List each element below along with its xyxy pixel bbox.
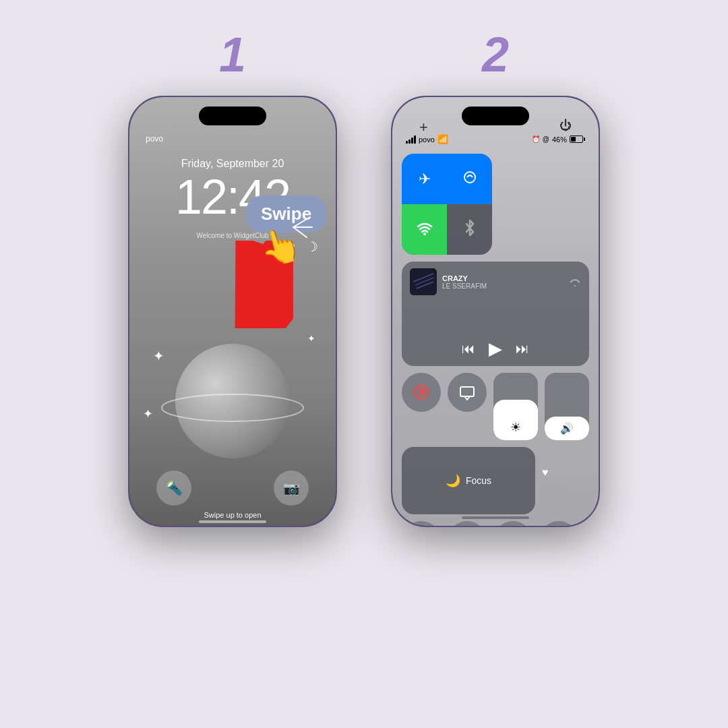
signal-bar-1 — [406, 141, 408, 144]
prev-track-button[interactable]: ⏮ — [462, 341, 475, 357]
airplane-tile[interactable]: ✈ — [402, 154, 447, 204]
step1-section: 1 povo Friday, September 20 12:42 Welcom… — [128, 27, 337, 527]
camera-button-lockscreen[interactable]: 📷 — [274, 471, 309, 506]
focus-tile[interactable]: 🌙 Focus — [402, 447, 535, 514]
heart-extra-icon: ♥ — [542, 466, 562, 479]
battery-fill — [571, 137, 576, 142]
calculator-tile[interactable] — [493, 521, 533, 526]
home-bar-2 — [462, 516, 529, 519]
volume-up-button-2 — [391, 212, 392, 249]
signal-bar-2 — [408, 140, 411, 144]
cc-row2: ☀ 🔊 — [392, 373, 599, 440]
star1-icon: ✦ — [143, 406, 153, 421]
planet-container — [165, 324, 300, 458]
brightness-slider[interactable]: ☀ — [493, 373, 538, 440]
network-tile: ✈ — [402, 154, 492, 255]
song-title: CRAZY — [442, 274, 564, 282]
battery-tile[interactable] — [539, 521, 578, 526]
signal-bar-4 — [414, 135, 416, 144]
lockscreen-bottom-icons: 🔦 📷 — [129, 471, 336, 506]
dynamic-island-1 — [199, 107, 266, 125]
wifi-icon — [416, 220, 433, 239]
extra-icons: ♥ ((·)) — [542, 466, 562, 495]
brightness-icon: ☀ — [510, 420, 521, 435]
svg-rect-13 — [419, 390, 424, 395]
sleep-wake-button-2 — [599, 218, 600, 272]
screen-mirror-tile[interactable] — [448, 373, 487, 412]
main-container: 1 povo Friday, September 20 12:42 Welcom… — [0, 0, 728, 728]
moon-icon: ☽ — [306, 239, 318, 255]
battery-icon — [570, 135, 585, 143]
album-art — [410, 268, 437, 295]
play-pause-button[interactable]: ▶ — [489, 338, 502, 359]
song-artist: LE SSERAFIM — [442, 282, 564, 290]
svg-marker-11 — [572, 284, 578, 286]
home-bar-1 — [199, 520, 266, 523]
step2-section: 2 — [391, 27, 600, 527]
step2-number: 2 — [482, 27, 509, 82]
phone2: povo 📶 ⏰ @ 46% — [391, 96, 600, 527]
music-controls: ⏮ ▶ ⏭ — [410, 338, 581, 359]
airplane-icon: ✈ — [419, 171, 431, 188]
shazam-tile[interactable] — [402, 521, 441, 526]
signal-extra-icon: ((·)) — [542, 484, 562, 495]
volume-icon: 🔊 — [560, 422, 574, 435]
volume-up-button — [128, 212, 129, 249]
bluetooth-tile[interactable] — [447, 204, 492, 255]
sleep-wake-button — [336, 218, 337, 272]
cc-main-grid: ✈ — [392, 154, 599, 366]
battery-tip — [584, 138, 585, 141]
cc-focus-row: 🌙 Focus ♥ ((·)) — [392, 447, 599, 514]
music-info: CRAZY LE SSERAFIM — [410, 268, 581, 295]
svg-rect-14 — [460, 387, 474, 396]
dynamic-island-2 — [462, 107, 529, 125]
carrier-label: povo — [146, 134, 163, 144]
step1-number: 1 — [219, 27, 246, 82]
flashlight-button-lockscreen[interactable]: 🔦 — [156, 471, 191, 506]
signal-bars — [406, 135, 416, 144]
wifi-tile[interactable] — [402, 204, 447, 255]
airdrop-icon — [462, 169, 478, 189]
mute-button-2 — [391, 178, 392, 202]
volume-down-button-2 — [391, 255, 392, 293]
wifi-status-icon: 📶 — [437, 134, 448, 144]
cc-small-row — [392, 521, 599, 526]
battery-percent: 46% — [552, 135, 567, 144]
lockscreen-date: Friday, September 20 — [181, 158, 284, 170]
magnify-tile[interactable] — [448, 521, 487, 526]
focus-label: Focus — [466, 475, 491, 486]
mute-button — [128, 178, 129, 202]
location-icon: @ — [543, 135, 549, 143]
carrier-label-2: povo — [419, 135, 435, 144]
star2-icon: ✦ — [307, 333, 315, 344]
star3-icon: ✦ — [153, 348, 164, 364]
svg-point-0 — [162, 394, 303, 421]
status-right: ⏰ @ 46% — [532, 135, 585, 144]
svg-point-6 — [423, 233, 426, 235]
music-text: CRAZY LE SSERAFIM — [442, 274, 564, 290]
volume-slider[interactable]: 🔊 — [545, 373, 589, 440]
cc-power-button[interactable]: ⏻ — [559, 119, 572, 133]
phone2-screen: povo 📶 ⏰ @ 46% — [392, 97, 599, 526]
swipe-up-label: Swipe up to open — [204, 511, 261, 519]
planet-ring-svg — [158, 391, 307, 425]
volume-down-button — [128, 255, 129, 293]
signal-bar-3 — [411, 138, 413, 144]
svg-point-5 — [464, 172, 475, 183]
airplay-icon[interactable] — [569, 276, 581, 289]
airdrop-tile[interactable] — [447, 154, 492, 204]
control-center: povo 📶 ⏰ @ 46% — [392, 97, 599, 526]
battery-body — [570, 135, 583, 143]
alarm-icon: ⏰ — [532, 135, 540, 143]
cc-add-button[interactable]: + — [419, 119, 428, 136]
bluetooth-icon — [464, 219, 475, 240]
music-tile[interactable]: CRAZY LE SSERAFIM — [402, 262, 589, 366]
orientation-lock-tile[interactable] — [402, 373, 441, 412]
moon-focus-icon: 🌙 — [446, 473, 460, 488]
next-track-button[interactable]: ⏭ — [516, 341, 529, 357]
